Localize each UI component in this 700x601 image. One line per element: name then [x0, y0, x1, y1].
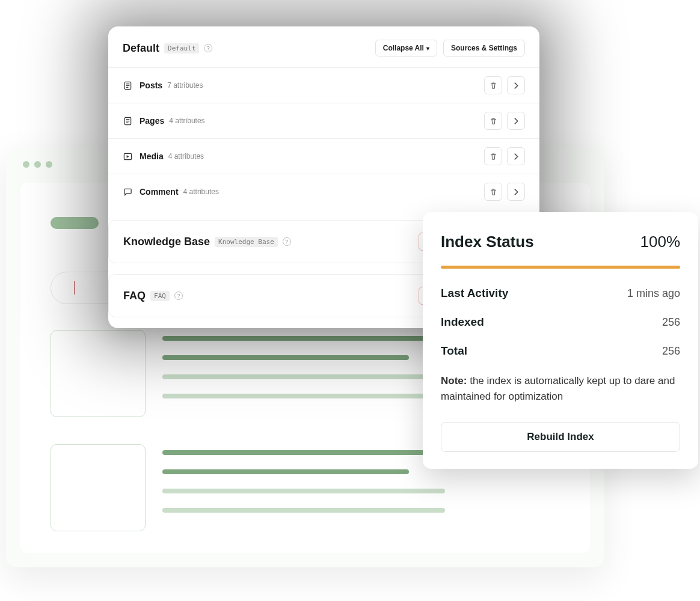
expand-button[interactable]: [507, 147, 525, 165]
group-title: Knowledge Base: [123, 236, 210, 248]
group-header-default: Default Default ? Collapse All ▾ Sources…: [108, 26, 539, 67]
indexed-label: Indexed: [441, 316, 484, 329]
progress-bar: [441, 266, 680, 269]
delete-button[interactable]: [484, 76, 502, 94]
item-row-media[interactable]: Media 4 attributes: [108, 139, 539, 174]
group-title: FAQ: [123, 290, 146, 302]
document-icon: [123, 81, 132, 90]
item-attributes: 4 attributes: [183, 188, 219, 196]
group-badge: Knowledge Base: [215, 237, 278, 247]
expand-button[interactable]: [507, 76, 525, 94]
status-note: Note: the index is automatically kept up…: [441, 373, 680, 405]
help-icon[interactable]: ?: [283, 237, 291, 246]
note-body: the index is automatically kept up to da…: [441, 375, 675, 402]
total-label: Total: [441, 344, 467, 358]
item-name: Media: [140, 151, 164, 161]
item-attributes: 4 attributes: [168, 152, 204, 160]
result-thumbnail: [51, 330, 146, 417]
indexed-value: 256: [662, 316, 680, 329]
total-value: 256: [662, 345, 680, 358]
note-bold: Note:: [441, 375, 467, 386]
document-icon: [123, 116, 132, 126]
delete-button[interactable]: [484, 112, 502, 130]
item-name: Comment: [140, 187, 179, 197]
collapse-all-button[interactable]: Collapse All ▾: [375, 40, 437, 56]
group-title: Default: [123, 42, 159, 55]
button-label: Collapse All: [383, 44, 424, 52]
comment-icon: [123, 187, 132, 197]
expand-button[interactable]: [507, 112, 525, 130]
group-badge: FAQ: [150, 291, 170, 301]
button-label: Sources & Settings: [451, 44, 517, 52]
index-status-card: Index Status 100% Last Activity 1 mins a…: [423, 212, 698, 469]
item-attributes: 4 attributes: [169, 117, 204, 125]
delete-button[interactable]: [484, 147, 502, 165]
window-traffic-lights: [23, 161, 52, 168]
expand-button[interactable]: [507, 183, 525, 201]
sources-settings-button[interactable]: Sources & Settings: [443, 40, 525, 56]
last-activity-label: Last Activity: [441, 287, 508, 300]
chevron-down-icon: ▾: [426, 45, 429, 52]
help-icon[interactable]: ?: [174, 291, 183, 300]
help-icon[interactable]: ?: [204, 44, 212, 52]
result-thumbnail: [51, 444, 146, 531]
item-attributes: 7 attributes: [167, 81, 203, 90]
group-items-list: Posts 7 attributes Pages 4 attributes: [108, 67, 539, 209]
status-percent: 100%: [640, 233, 681, 251]
rebuild-index-button[interactable]: Rebuild Index: [441, 422, 680, 452]
group-badge: Default: [164, 43, 199, 53]
placeholder-chip: [51, 217, 99, 229]
last-activity-value: 1 mins ago: [627, 287, 680, 300]
item-name: Posts: [140, 81, 162, 90]
item-row-posts[interactable]: Posts 7 attributes: [108, 68, 539, 103]
item-row-comment[interactable]: Comment 4 attributes: [108, 174, 539, 209]
item-row-pages[interactable]: Pages 4 attributes: [108, 103, 539, 139]
delete-button[interactable]: [484, 183, 502, 201]
text-cursor: [74, 281, 75, 294]
media-icon: [123, 151, 132, 161]
item-name: Pages: [140, 116, 164, 126]
status-title: Index Status: [441, 233, 534, 251]
